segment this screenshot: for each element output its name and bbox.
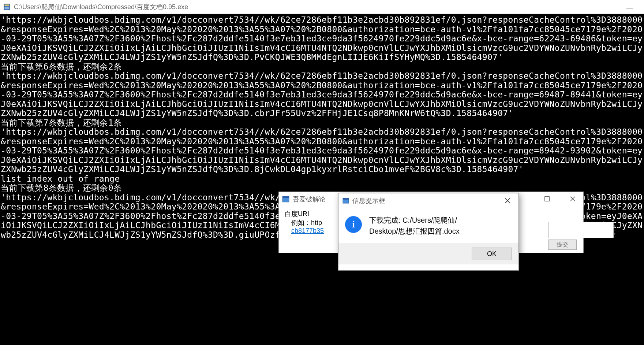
message-box-title-icon xyxy=(342,197,349,204)
url-example-link[interactable]: cb8177b35 xyxy=(291,227,324,234)
console-window-title: C:\Users\爬爬仙\Downloads\Compressed\百度文档0.… xyxy=(14,3,188,11)
message-box-close-button[interactable] xyxy=(500,195,515,206)
console-app-icon xyxy=(3,3,11,11)
info-icon: i xyxy=(345,216,362,233)
page-spinbox[interactable]: ▲ ▼ xyxy=(548,222,577,238)
page-spinbox-input[interactable] xyxy=(548,222,613,238)
minimize-button[interactable] xyxy=(621,1,638,12)
url-dialog-title: 吾爱破解论 xyxy=(293,195,326,204)
url-dialog-close-button[interactable] xyxy=(564,193,581,204)
url-example-label: 例如：http xyxy=(291,219,322,226)
ok-button[interactable]: OK xyxy=(472,248,512,260)
url-dialog-maximize-button[interactable] xyxy=(539,193,555,204)
console-window-controls xyxy=(621,1,641,12)
message-box-title: 信息提示框 xyxy=(352,196,385,205)
svg-rect-4 xyxy=(282,196,289,198)
svg-rect-1 xyxy=(4,4,9,5)
message-box: 信息提示框 i 下载完成: C:/Users/爬爬仙/ Desktop/思想汇报… xyxy=(338,193,519,271)
spinbox-down-icon[interactable]: ▼ xyxy=(614,230,615,238)
message-box-titlebar[interactable]: 信息提示框 xyxy=(338,193,518,208)
svg-rect-2 xyxy=(4,6,9,9)
console-title-bar: C:\Users\爬爬仙\Downloads\Compressed\百度文档0.… xyxy=(0,0,644,14)
spinbox-up-icon[interactable]: ▲ xyxy=(614,222,615,230)
svg-rect-9 xyxy=(343,198,349,200)
message-box-text: 下载完成: C:/Users/爬爬仙/ Desktop/思想汇报四篇.docx xyxy=(369,215,460,237)
url-dialog-icon xyxy=(282,195,290,203)
svg-rect-5 xyxy=(545,197,549,201)
submit-button[interactable]: 提交 xyxy=(548,240,577,250)
